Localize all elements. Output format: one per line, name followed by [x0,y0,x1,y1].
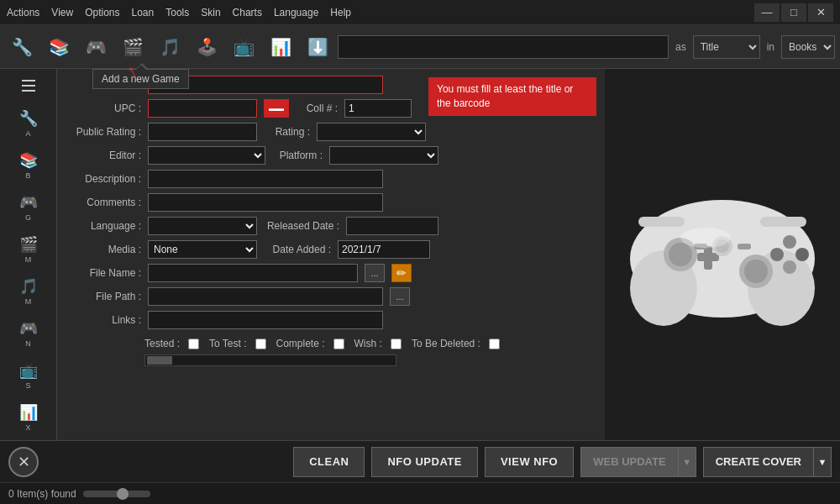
collection-select[interactable]: Books [781,35,835,59]
description-input[interactable] [148,170,383,188]
menu-tools[interactable]: Tools [165,7,189,18]
tv-icon[interactable]: 📺 [227,30,260,64]
editor-label: Editor : [66,150,141,161]
sidebar-item-m1[interactable]: 🎬 M [8,230,50,269]
file-browse-button[interactable]: ... [365,264,385,282]
date-added-input[interactable] [338,240,430,259]
tested-checkbox[interactable] [188,339,199,349]
language-select[interactable] [148,217,257,235]
public-rating-input[interactable] [148,123,257,141]
sidebar-item-a[interactable]: 🔧 A [8,104,50,143]
music-icon[interactable]: 🎵 [153,30,186,64]
wish-label: Wish : [354,338,382,349]
create-cover-dropdown[interactable]: ▼ [813,447,832,477]
video-icon[interactable]: 🎬 [116,30,150,64]
tools-icon[interactable]: 🔧 [5,30,39,64]
error-tooltip: You must fill at least the title or the … [428,77,596,116]
maximize-button[interactable]: □ [781,3,806,22]
description-label: Description : [66,173,141,185]
status-slider[interactable] [83,491,150,497]
controller-image [605,69,840,440]
sidebar-item-s[interactable]: 📺 S [8,356,50,395]
web-update-button[interactable]: WEB UPDATE [580,447,677,477]
title-input[interactable] [148,76,383,94]
minimize-button[interactable]: — [754,3,780,22]
to-test-label: To Test : [209,338,246,349]
file-clear-button[interactable]: ✏ [391,264,412,282]
file-path-input[interactable] [148,287,383,306]
rating-label: Rating : [264,126,310,138]
main-container: 🔧 A 📚 B 🎮 G 🎬 M 🎵 M 🎮 N 📺 S 📊 X [0,69,840,440]
menu-charts[interactable]: Charts [233,7,262,18]
filepath-row: File Path : ... [66,287,596,306]
platform-label: Platform : [272,150,323,161]
editor-select[interactable] [148,146,265,165]
coll-label: Coll # : [296,102,338,114]
language-date-row: Language : Released Date : [66,217,596,235]
scroll-thumb[interactable] [147,356,172,365]
sidebar-item-b[interactable]: 📚 B [8,146,50,185]
svg-rect-8 [697,253,719,261]
media-select[interactable]: None [148,240,257,259]
file-name-input[interactable] [148,264,358,282]
books-side-icon: 📚 [19,151,38,170]
sidebar-item-x[interactable]: 📊 X [8,398,50,437]
menu-actions[interactable]: Actions [7,7,39,18]
sidebar-item-g[interactable]: 🎮 G [8,188,50,227]
menu-skin[interactable]: Skin [201,7,220,18]
svg-point-4 [669,243,692,266]
file-name-label: File Name : [66,267,141,279]
released-date-input[interactable] [346,217,438,235]
menu-language[interactable]: Language [274,7,318,18]
items-found-label: 0 Item(s) found [8,488,76,500]
menu-help[interactable]: Help [330,7,351,18]
sidebar-menu-button[interactable] [19,74,38,97]
links-input[interactable] [148,311,383,329]
nfo-update-button[interactable]: NFO UPDATE [371,447,478,477]
svg-point-11 [770,248,784,261]
close-button[interactable]: ✕ [808,3,833,22]
create-cover-button[interactable]: CREATE COVER [703,447,813,477]
note-side-icon: 🎮 [19,319,38,338]
svg-rect-15 [738,244,751,249]
view-nfo-button[interactable]: VIEW NFO [485,447,574,477]
public-rating-label: Public Rating : [66,126,141,138]
title-label: Title : [66,79,141,91]
gamepad-icon[interactable]: 🎮 [79,30,113,64]
media-dateadded-row: Media : None Date Added : [66,240,596,259]
rating-select[interactable] [317,123,426,141]
released-date-label: Released Date : [264,220,339,232]
music-side-icon: 🎵 [19,277,38,296]
menu-loan[interactable]: Loan [132,7,155,18]
to-test-checkbox[interactable] [255,339,266,349]
books-icon[interactable]: 📚 [42,30,76,64]
clean-button[interactable]: CLEAN [293,447,365,477]
search-input[interactable] [338,35,669,59]
menu-view[interactable]: View [51,7,73,18]
platform-select[interactable] [329,146,438,165]
sidebar-item-n[interactable]: 🎮 N [8,314,50,353]
gameboy-icon[interactable]: 🕹️ [190,30,223,64]
coll-input[interactable] [344,99,412,118]
comments-input[interactable] [148,193,383,212]
upc-input[interactable] [148,99,257,118]
web-update-dropdown[interactable]: ▼ [678,447,696,477]
wish-checkbox[interactable] [391,339,402,349]
search-field-select[interactable]: Title [693,35,760,59]
svg-point-6 [744,260,768,283]
sidebar: 🔧 A 📚 B 🎮 G 🎬 M 🎵 M 🎮 N 📺 S 📊 X [0,69,57,440]
sidebar-item-m2[interactable]: 🎵 M [8,272,50,311]
cancel-button[interactable]: ✕ [8,447,39,477]
rating-row: Public Rating : Rating : [66,123,596,141]
menu-bar: Actions View Options Loan Tools Skin Cha… [7,7,351,18]
to-be-deleted-checkbox[interactable] [489,339,500,349]
excel-icon[interactable]: 📊 [264,30,297,64]
barcode-icon[interactable]: ▬▬ [264,99,289,118]
menu-options[interactable]: Options [85,7,119,18]
file-path-browse-button[interactable]: ... [390,287,410,306]
download-icon[interactable]: ⬇️ [301,30,334,64]
horizontal-scrollbar[interactable] [144,354,396,366]
status-slider-thumb[interactable] [117,488,129,500]
complete-checkbox[interactable] [333,339,344,349]
svg-point-12 [783,260,796,274]
